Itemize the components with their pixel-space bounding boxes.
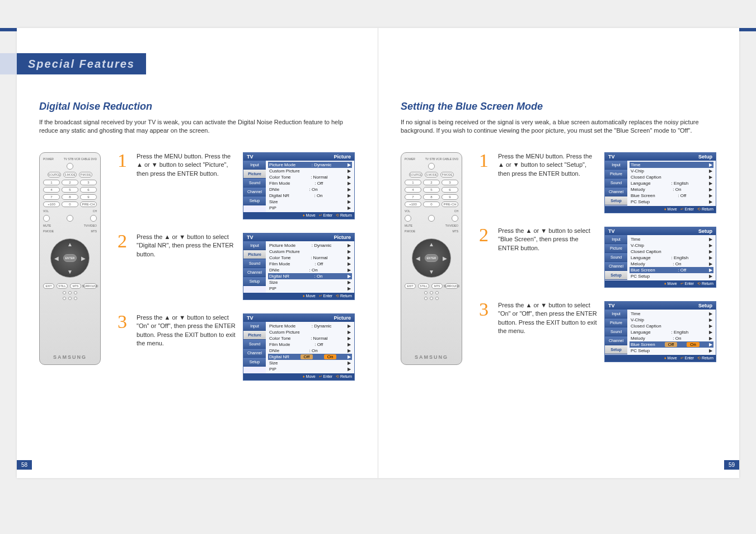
left-page: Special Features Digital Noise Reduction… [17, 28, 378, 478]
samsung-logo: SAMSUNG [53, 354, 87, 360]
osd-row: V-Chip▶ [630, 317, 713, 323]
osd-row: Time▶ [630, 236, 713, 242]
osd-side-sound: Sound [243, 340, 266, 349]
osd-row: DNIe: On▶ [268, 186, 352, 193]
osd-row: Closed Caption▶ [630, 249, 713, 255]
step-number: 2 [479, 227, 492, 288]
step-number: 3 [118, 313, 131, 381]
osd-row: Digital NR: On▶ [268, 193, 352, 199]
osd-row: Language: English▶ [630, 255, 713, 261]
osd-row: Language: English▶ [630, 180, 713, 186]
step-text: Press the MENU button. Press the ▲ or ▼ … [137, 152, 237, 219]
chapter-title: Special Features [28, 58, 135, 71]
osd-row: PIP▶ [268, 366, 352, 372]
osd-row: Melody: On▶ [630, 186, 713, 193]
section-title-right: Setting the Blue Screen Mode [401, 101, 717, 113]
step-3: 3 Press the ▲ or ▼ button to select "On"… [118, 313, 355, 381]
osd-row: Custom Picture▶ [268, 249, 352, 255]
step-number: 2 [118, 233, 131, 300]
osd-row: Time▶ [630, 311, 713, 317]
osd-row: V-Chip▶ [630, 168, 713, 174]
osd-side-sound: Sound [605, 253, 627, 262]
osd-side-setup: Setup [605, 345, 627, 354]
intro-left: If the broadcast signal received by your… [39, 118, 355, 135]
osd-row: PIP▶ [268, 285, 352, 292]
intro-right: If no signal is being received or the si… [401, 118, 717, 135]
osd-side-channel: Channel [243, 268, 266, 277]
osd-side-input: Input [605, 310, 627, 318]
step-text: Press the MENU button. Press the ▲ or ▼ … [498, 152, 599, 213]
osd-side-sound: Sound [605, 179, 627, 188]
osd-side-input: Input [243, 322, 266, 331]
osd-side-sound: Sound [243, 179, 266, 188]
osd-window: TVSetup InputPictureSoundChannelSetupTim… [604, 301, 716, 362]
chapter-header: Special Features [0, 53, 146, 74]
page-number-right: 59 [724, 460, 739, 470]
osd-side-sound: Sound [605, 327, 627, 336]
step-number: 3 [479, 301, 492, 362]
osd-row: Picture Mode: Dynamic▶ [268, 162, 352, 168]
osd-side-channel: Channel [243, 349, 266, 358]
step-number: 1 [118, 152, 131, 219]
osd-row: Digital NROff On▶ [268, 354, 352, 360]
osd-side-input: Input [605, 161, 627, 170]
osd-side-input: Input [243, 161, 266, 170]
osd-row: Blue Screen: Off▶ [630, 267, 713, 273]
osd-row: PC Setup▶ [630, 348, 713, 354]
osd-side-channel: Channel [605, 188, 627, 196]
step-3: 3 Press the ▲ or ▼ button to select "On"… [479, 301, 717, 362]
step-number: 1 [479, 152, 492, 213]
osd-side-setup: Setup [605, 196, 627, 205]
osd-row: Melody: On▶ [630, 335, 713, 341]
section-title-left: Digital Noise Reduction [39, 101, 355, 113]
osd-row: Closed Caption▶ [630, 323, 713, 329]
osd-row: DNIe: On▶ [268, 267, 352, 273]
osd-window: TVPicture InputPictureSoundChannelSetupP… [243, 152, 355, 219]
osd-side-picture: Picture [605, 170, 627, 179]
osd-row: Film Mode: Off▶ [268, 261, 352, 267]
step-text: Press the ▲ or ▼ button to select "On" o… [498, 301, 599, 362]
osd-row: PC Setup▶ [630, 199, 713, 205]
osd-window: TVSetup InputPictureSoundChannelSetupTim… [604, 152, 716, 213]
right-page: Setting the Blue Screen Mode If no signa… [378, 28, 739, 478]
osd-side-setup: Setup [243, 358, 266, 367]
osd-side-setup: Setup [605, 271, 627, 280]
osd-row: Melody: On▶ [630, 261, 713, 267]
osd-window: TVPicture InputPictureSoundChannelSetupP… [243, 313, 355, 381]
step-text: Press the ▲ or ▼ button to select "Blue … [498, 227, 599, 288]
osd-side-input: Input [243, 241, 266, 250]
osd-row: Size▶ [268, 360, 352, 366]
osd-row: V-Chip▶ [630, 242, 713, 249]
osd-side-picture: Picture [243, 331, 266, 340]
osd-row: Blue ScreenOff On▶ [630, 341, 713, 348]
osd-side-picture: Picture [605, 318, 627, 327]
osd-row: Picture Mode: Dynamic▶ [268, 242, 352, 249]
osd-row: PC Setup▶ [630, 273, 713, 279]
osd-window: TVSetup InputPictureSoundChannelSetupTim… [604, 227, 716, 288]
osd-row: Film Mode: Off▶ [268, 341, 352, 348]
osd-side-sound: Sound [243, 259, 266, 268]
osd-row: Picture Mode: Dynamic▶ [268, 323, 352, 329]
osd-row: Color Tone: Normal▶ [268, 174, 352, 180]
samsung-logo: SAMSUNG [415, 354, 448, 360]
osd-row: DNIe: On▶ [268, 348, 352, 354]
osd-row: Time▶ [630, 162, 713, 168]
step-1: 1 Press the MENU button. Press the ▲ or … [118, 152, 355, 219]
osd-row: Size▶ [268, 199, 352, 205]
osd-row: Custom Picture▶ [268, 329, 352, 335]
osd-side-channel: Channel [605, 262, 627, 271]
osd-row: Custom Picture▶ [268, 168, 352, 174]
osd-side-picture: Picture [243, 170, 266, 179]
osd-row: Blue Screen: Off▶ [630, 193, 713, 199]
osd-side-channel: Channel [605, 336, 627, 345]
osd-side-setup: Setup [243, 277, 266, 286]
step-text: Press the ▲ or ▼ button to select "Digit… [137, 233, 237, 300]
step-2: 2 Press the ▲ or ▼ button to select "Dig… [118, 233, 355, 300]
remote-illustration: POWERTV STB VCR CABLE DVD SOURCES.MODEP.… [401, 152, 462, 365]
osd-side-input: Input [605, 235, 627, 244]
osd-window: TVPicture InputPictureSoundChannelSetupP… [243, 233, 355, 300]
osd-row: Color Tone: Normal▶ [268, 335, 352, 341]
step-text: Press the ▲ or ▼ button to select "On" o… [137, 313, 237, 381]
osd-row: Language: English▶ [630, 329, 713, 335]
step-2: 2 Press the ▲ or ▼ button to select "Blu… [479, 227, 717, 288]
